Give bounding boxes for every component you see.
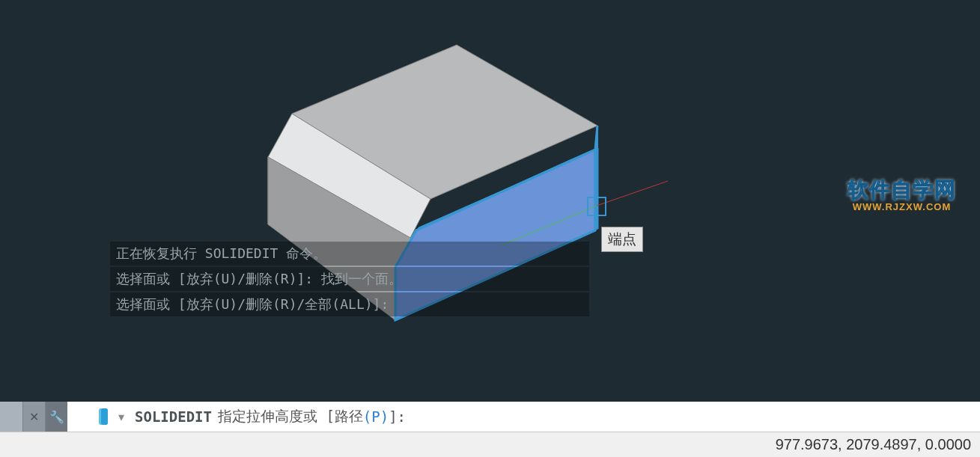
command-recent-dropdown[interactable]: ▾ <box>112 402 130 432</box>
close-command-button[interactable]: ✕ <box>22 402 45 432</box>
watermark: 软件自学网 WWW.RJZXW.COM <box>847 176 956 212</box>
close-icon: ✕ <box>29 410 39 424</box>
viewport-3d[interactable]: 端点 软件自学网 WWW.RJZXW.COM 正在恢复执行 SOLIDEDIT … <box>0 0 980 387</box>
command-input[interactable]: SOLIDEDIT 指定拉伸高度或 [ 路径 (P) ]: <box>130 402 980 432</box>
watermark-main: 软件自学网 <box>847 176 956 204</box>
command-name: SOLIDEDIT <box>135 408 212 425</box>
history-line-3: 选择面或 [放弃(U)/删除(R)/全部(ALL)]: <box>110 292 589 316</box>
wrench-icon: 🔧 <box>49 410 64 424</box>
watermark-sub: WWW.RJZXW.COM <box>847 201 956 212</box>
chevron-down-icon: ▾ <box>118 410 124 424</box>
command-prompt-suffix: ]: <box>389 408 406 425</box>
snap-tooltip-label: 端点 <box>608 231 636 247</box>
cursor-coordinates: 977.9673, 2079.4897, 0.0000 <box>776 436 971 453</box>
settings-command-button[interactable]: 🔧 <box>45 402 67 432</box>
command-path-label: 路径 <box>335 407 363 426</box>
solid-model[interactable] <box>0 0 980 387</box>
command-bar: ✕ 🔧 ▾ SOLIDEDIT 指定拉伸高度或 [ 路径 (P) ]: <box>0 402 980 432</box>
command-history-log: 正在恢复执行 SOLIDEDIT 命令。 选择面或 [放弃(U)/删除(R)]:… <box>110 242 589 318</box>
status-bar: 977.9673, 2079.4897, 0.0000 <box>0 432 980 457</box>
command-bar-spacer <box>67 402 91 432</box>
command-prompt-prefix: 指定拉伸高度或 [ <box>218 407 335 426</box>
snap-tooltip: 端点 <box>601 227 643 252</box>
history-line-2: 选择面或 [放弃(U)/删除(R)]: 找到一个面。 <box>110 267 589 291</box>
svg-line-15 <box>597 181 668 206</box>
svg-rect-18 <box>101 408 108 425</box>
history-line-1: 正在恢复执行 SOLIDEDIT 命令。 <box>110 242 589 266</box>
cursor-crosshair <box>587 197 606 216</box>
cursor-icon <box>97 407 110 426</box>
command-bar-drag-handle[interactable] <box>0 402 22 432</box>
command-path-hotkey: (P) <box>363 408 389 425</box>
command-prompt-icon <box>91 402 112 432</box>
